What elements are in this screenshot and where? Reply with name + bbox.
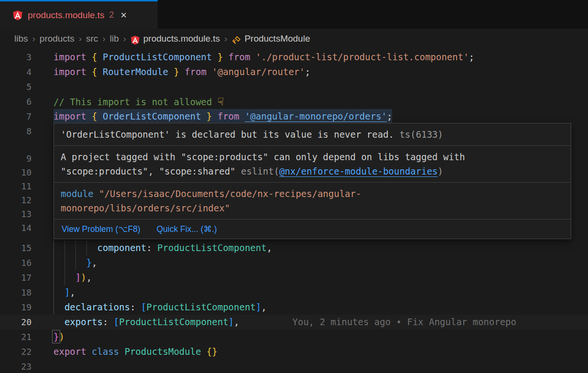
breadcrumb-file[interactable]: products.module.ts (143, 33, 220, 44)
line-number: 22 (0, 344, 32, 359)
line-number: 10 (0, 165, 32, 180)
line-number: 7 (0, 109, 32, 124)
code-line-6[interactable]: 6// This import is not allowed ☟ (0, 94, 588, 109)
angular-icon (130, 35, 140, 45)
breadcrumb-item-src[interactable]: src (86, 33, 98, 44)
module-quickinfo: module "/Users/isaac/Documents/code/nx-r… (54, 183, 571, 219)
line-number: 14 (0, 220, 32, 235)
line-number: 17 (0, 270, 32, 285)
chevron-right-icon: › (225, 33, 227, 44)
line-number: 11 (0, 179, 32, 194)
class-symbol-icon (232, 35, 241, 45)
code-line-16[interactable]: 16 }, (0, 255, 588, 270)
code-line-3[interactable]: 3import { ProductListComponent } from '.… (0, 50, 588, 65)
code-line-7[interactable]: 7import { OrderListComponent } from '@an… (0, 109, 588, 124)
line-number: 20 (0, 315, 32, 329)
tab-title: products.module.ts (28, 10, 105, 21)
hover-actions: View Problem (⌥F8) Quick Fix... (⌘.) (54, 219, 571, 239)
line-number: 23 (0, 359, 32, 373)
git-blame-annotation: You, 2 minutes ago • Fix Angular monorep… (292, 315, 516, 329)
line-number: 21 (0, 329, 32, 344)
code-line-4[interactable]: 4import { RouterModule } from '@angular/… (0, 65, 588, 79)
chevron-right-icon: › (32, 33, 35, 44)
code-line-5[interactable]: 5 (0, 79, 588, 94)
line-number: 12 (0, 193, 32, 208)
breadcrumb-item-products[interactable]: products (40, 33, 75, 44)
chevron-right-icon: › (123, 33, 126, 44)
chevron-right-icon: › (102, 33, 105, 44)
line-number: 19 (0, 300, 32, 315)
line-number: 8 (0, 124, 32, 139)
code-text: }, (53, 255, 97, 270)
code-text: import { ProductListComponent } from './… (53, 50, 474, 65)
eslint-diagnostic-line1: A project tagged with "scope:products" c… (61, 152, 465, 162)
eslint-source-open: eslint( (241, 166, 279, 176)
eslint-diagnostic-line2: "scope:products", "scope:shared" (61, 166, 241, 176)
code-text: exports: [ProductListComponent], (53, 315, 239, 329)
close-icon[interactable]: × (121, 10, 127, 21)
tab-problem-badge: 2 (109, 10, 114, 20)
code-line-22[interactable]: 22export class ProductsModule {} (0, 344, 588, 359)
code-line-15[interactable]: 15 component: ProductListComponent, (0, 241, 588, 255)
vscode-window: products.module.ts 2 × libs›products›src… (0, 0, 588, 373)
code-line-21[interactable]: 21}) (0, 329, 588, 344)
code-line-20[interactable]: 20 exports: [ProductListComponent],You, … (0, 315, 588, 329)
line-number: 16 (0, 255, 32, 270)
breadcrumb-item-libs[interactable]: libs (14, 33, 28, 44)
chevron-right-icon: › (79, 33, 82, 44)
ts-diagnostic: 'OrderListComponent' is declared but its… (54, 123, 571, 146)
breadcrumb: libs›products›src›lib›products.module.ts… (0, 29, 588, 49)
error-hover-popup: 'OrderListComponent' is declared but its… (53, 123, 571, 239)
code-text: // This import is not allowed ☟ (53, 94, 224, 110)
ts-diagnostic-text: 'OrderListComponent' is declared but its… (61, 129, 394, 140)
tab-bar: products.module.ts 2 × (0, 0, 588, 29)
code-line-17[interactable]: 17 ]), (0, 270, 588, 285)
line-number: 4 (0, 65, 32, 79)
code-text: import { OrderListComponent } from '@ang… (53, 109, 392, 124)
code-text: component: ProductListComponent, (53, 241, 272, 255)
line-number: 6 (0, 94, 32, 109)
code-text: declarations: [ProductListComponent], (53, 300, 267, 315)
eslint-source-close: ) (438, 166, 443, 176)
breadcrumb-symbol[interactable]: ProductsModule (245, 33, 310, 44)
quick-fix-action[interactable]: Quick Fix... (⌘.) (157, 224, 217, 234)
line-number: 13 (0, 207, 32, 221)
line-number: 5 (0, 79, 32, 94)
module-keyword: module (61, 188, 94, 199)
module-path-line2: monorepo/libs/orders/src/index" (61, 203, 230, 213)
line-number: 15 (0, 241, 32, 255)
code-text: ]), (53, 270, 92, 285)
angular-icon (12, 10, 23, 21)
code-text: import { RouterModule } from '@angular/r… (53, 65, 310, 79)
breadcrumb-item-lib[interactable]: lib (110, 33, 119, 44)
view-problem-action[interactable]: View Problem (⌥F8) (62, 224, 140, 234)
line-number: 9 (0, 151, 32, 166)
code-text: export class ProductsModule {} (53, 344, 217, 359)
ts-diagnostic-source: ts(6133) (399, 129, 443, 140)
tab-products-module[interactable]: products.module.ts 2 × (0, 0, 158, 29)
code-line-23[interactable]: 23 (0, 359, 588, 373)
line-number: 3 (0, 50, 32, 65)
line-number: 18 (0, 285, 32, 300)
code-text: ], (53, 285, 75, 300)
code-line-19[interactable]: 19 declarations: [ProductListComponent], (0, 300, 588, 315)
eslint-diagnostic: A project tagged with "scope:products" c… (54, 146, 571, 183)
eslint-rule-link[interactable]: @nx/enforce-module-boundaries (279, 166, 438, 176)
code-line-18[interactable]: 18 ], (0, 285, 588, 300)
module-path-line1: "/Users/isaac/Documents/code/nx-recipes/… (94, 188, 362, 199)
code-text: }) (53, 329, 64, 344)
